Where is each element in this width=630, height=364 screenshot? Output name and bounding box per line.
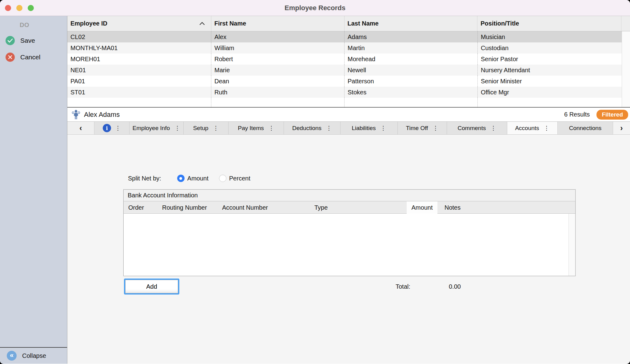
tabs-scroll-left-button[interactable]: ‹: [67, 122, 94, 134]
total-value: 0.00: [449, 279, 461, 295]
tab-menu-icon[interactable]: ⋮: [174, 125, 180, 131]
tab-menu-icon[interactable]: ⋮: [213, 125, 219, 131]
column-header-spacer: [621, 16, 630, 31]
column-header-type[interactable]: Type: [314, 201, 328, 214]
tab-liabilities[interactable]: Liabilities ⋮: [341, 122, 398, 134]
tab-menu-icon[interactable]: ⋮: [433, 125, 438, 131]
collapse-button-label: Collapse: [22, 352, 46, 359]
employee-person-icon: [72, 110, 80, 120]
column-header-first-name[interactable]: First Name: [211, 16, 345, 31]
action-sidebar: DO Save Cancel « Collapse: [0, 16, 67, 364]
tab-menu-icon[interactable]: ⋮: [381, 125, 386, 131]
table-row[interactable]: NE01 Marie Newell Nursery Attendant: [67, 65, 630, 76]
bank-panel-title: Bank Account Information: [124, 190, 575, 201]
filtered-badge[interactable]: Filtered: [596, 110, 628, 120]
column-header-order[interactable]: Order: [128, 201, 144, 214]
tab-menu-icon[interactable]: ⋮: [326, 125, 332, 131]
sidebar-header: DO: [0, 16, 67, 29]
tab-comments[interactable]: Comments ⋮: [447, 122, 507, 134]
radio-amount-label: Amount: [187, 175, 209, 182]
column-header-employee-id[interactable]: Employee ID: [67, 16, 211, 31]
window-title: Employee Records: [0, 0, 630, 16]
table-scrollbar[interactable]: [622, 31, 630, 107]
tab-menu-icon[interactable]: ⋮: [544, 125, 550, 131]
tab-menu-icon[interactable]: ⋮: [490, 125, 496, 131]
tab-pay-items[interactable]: Pay Items ⋮: [229, 122, 284, 134]
radio-percent[interactable]: Percent: [219, 175, 250, 182]
titlebar: Employee Records: [0, 0, 630, 16]
bank-table-body: [124, 214, 575, 276]
total-label: Total:: [396, 279, 410, 295]
tab-deductions[interactable]: Deductions ⋮: [284, 122, 341, 134]
collapse-button[interactable]: « Collapse: [0, 347, 67, 364]
bank-table-header: Order Routing Number Account Number Type…: [124, 201, 575, 214]
column-header-account-number[interactable]: Account Number: [222, 201, 268, 214]
split-net-by-label: Split Net by:: [128, 175, 161, 182]
employee-table-header: Employee ID First Name Last Name Positio…: [67, 16, 630, 31]
save-button[interactable]: Save: [0, 36, 67, 45]
add-button[interactable]: Add: [125, 280, 178, 293]
sort-ascending-icon: [199, 22, 205, 25]
tab-setup[interactable]: Setup ⋮: [184, 122, 229, 134]
save-check-icon: [6, 36, 15, 45]
tab-time-off[interactable]: Time Off ⋮: [398, 122, 447, 134]
collapse-chevrons-icon: «: [7, 351, 17, 361]
column-header-position[interactable]: Position/Title: [477, 16, 621, 31]
table-row[interactable]: CL02 Alex Adams Musician: [67, 31, 630, 42]
bank-account-panel: Bank Account Information Order Routing N…: [123, 189, 576, 276]
cancel-x-icon: [6, 53, 15, 62]
column-header-amount[interactable]: Amount: [407, 201, 437, 214]
tabs-scroll-right-button[interactable]: ›: [613, 122, 630, 134]
detail-tabbar: ‹ i ⋮ Employee Info ⋮ Setup ⋮ Pay Items …: [67, 122, 630, 135]
bank-table-scrollbar[interactable]: [568, 214, 575, 276]
table-row[interactable]: MONTHLY-MA01 William Martin Custodian: [67, 42, 630, 53]
radio-selected-icon: [177, 175, 185, 182]
tab-info[interactable]: i ⋮: [94, 122, 130, 134]
cancel-button-label: Cancel: [20, 53, 40, 61]
selected-record-bar: Alex Adams 6 Results Filtered: [67, 108, 630, 122]
results-count: 6 Results: [564, 111, 590, 118]
radio-unselected-icon: [219, 175, 226, 182]
column-header-routing-number[interactable]: Routing Number: [162, 201, 207, 214]
table-row[interactable]: PA01 Dean Patterson Senior Minister: [67, 76, 630, 87]
tab-connections[interactable]: Connections: [558, 122, 613, 134]
column-header-last-name[interactable]: Last Name: [345, 16, 478, 31]
table-empty-space: [67, 98, 630, 107]
cancel-button[interactable]: Cancel: [0, 53, 67, 62]
tab-accounts[interactable]: Accounts ⋮: [507, 122, 558, 134]
accounts-tab-content: Split Net by: Amount Percent Bank Accoun…: [67, 135, 630, 364]
save-button-label: Save: [20, 37, 35, 44]
radio-amount[interactable]: Amount: [177, 175, 209, 182]
table-row[interactable]: MOREH01 Robert Morehead Senior Pastor: [67, 53, 630, 65]
tab-menu-icon[interactable]: ⋮: [115, 125, 121, 131]
radio-percent-label: Percent: [229, 175, 250, 182]
tab-employee-info[interactable]: Employee Info ⋮: [130, 122, 184, 134]
info-icon: i: [103, 124, 111, 132]
add-button-focus-ring: Add: [124, 279, 179, 295]
table-row[interactable]: ST01 Ruth Stokes Office Mgr: [67, 87, 630, 98]
employee-table-body: CL02 Alex Adams Musician MONTHLY-MA01 Wi…: [67, 31, 630, 108]
column-header-notes[interactable]: Notes: [445, 201, 461, 214]
tab-menu-icon[interactable]: ⋮: [269, 125, 274, 131]
app-window: Employee Records DO Save Cancel « Collap…: [0, 0, 630, 364]
selected-employee-name: Alex Adams: [84, 111, 120, 119]
